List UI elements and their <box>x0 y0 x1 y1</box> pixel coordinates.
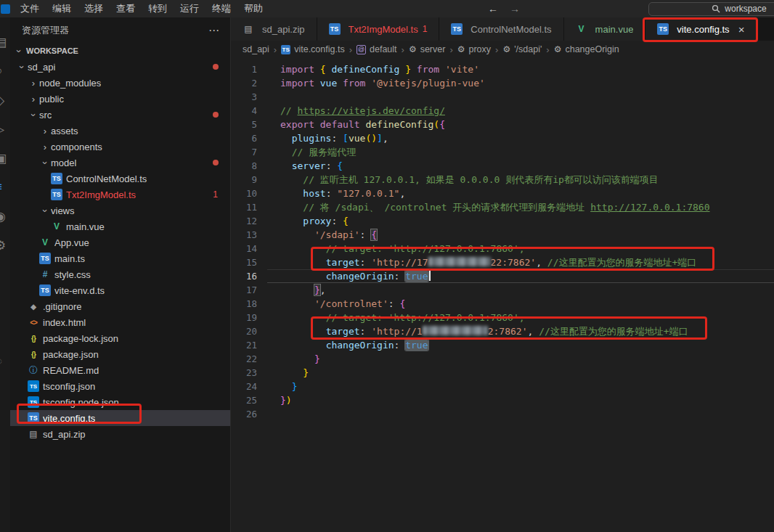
account-icon[interactable]: ◉ <box>0 202 10 231</box>
code-line-8: 8 server: { <box>231 159 774 173</box>
tree-item-App.vue[interactable]: VApp.vue <box>10 234 230 250</box>
workspace-section-header[interactable]: › WORKSPACE <box>10 43 230 59</box>
output-icon[interactable]: ◌ <box>0 347 10 376</box>
line-number: 25 <box>231 393 267 407</box>
breadcrumb-item-server[interactable]: ⚙server <box>409 44 446 54</box>
tree-item-src[interactable]: ›src <box>10 107 230 123</box>
explorer-icon[interactable]: ▤ <box>0 28 10 57</box>
source-control-icon[interactable]: ◇ <box>0 86 10 115</box>
file-label: main.vue <box>66 221 105 232</box>
code-token: http://127.0.0.1:7860 <box>590 202 709 213</box>
line-content: } <box>267 352 774 366</box>
close-tab-icon[interactable]: × <box>738 23 745 36</box>
menu-bar: 文件编辑选择查看转到运行终端帮助 ← → workspace <box>0 0 774 17</box>
code-token: // <box>280 105 297 116</box>
extensions-icon[interactable]: ▣ <box>0 144 10 173</box>
tree-item-tsconfig.node.json[interactable]: TStsconfig.node.json <box>10 394 230 410</box>
tree-item-main.vue[interactable]: Vmain.vue <box>10 218 230 234</box>
line-content: '/sdapi': { <box>267 228 774 242</box>
menu-item[interactable]: 编辑 <box>46 0 78 17</box>
tree-item-index.html[interactable]: <>index.html <box>10 314 230 330</box>
tree-item-public[interactable]: ›public <box>10 91 230 107</box>
code-token <box>280 243 326 254</box>
tree-item-vite-env.d.ts[interactable]: TSvite-env.d.ts <box>10 282 230 298</box>
file-label: vite.config.ts <box>43 413 95 424</box>
tree-item-.gitignore[interactable]: ◆.gitignore <box>10 298 230 314</box>
code-line-13: 13 '/sdapi': { <box>231 228 774 242</box>
code-token: host <box>303 188 325 199</box>
line-content: target: 'http://12:7862', //这里配置为您的服务端地址… <box>267 324 774 338</box>
remote-icon[interactable]: ≡ <box>0 173 10 202</box>
vscode-logo-icon <box>1 4 10 14</box>
settings-icon[interactable]: ⚙ <box>0 231 10 260</box>
line-number: 22 <box>231 352 267 366</box>
ts-file-icon: TS <box>51 173 62 184</box>
code-token <box>280 202 303 213</box>
nav-forward-arrow[interactable]: → <box>510 3 520 15</box>
menu-item[interactable]: 选择 <box>78 0 110 17</box>
tab-Txt2ImgModel.ts[interactable]: TSTxt2ImgModel.ts1 <box>317 17 440 41</box>
code-token <box>280 174 303 185</box>
code-editor[interactable]: 1import { defineConfig } from 'vite'2imp… <box>231 58 774 532</box>
vscode-window: 文件编辑选择查看转到运行终端帮助 ← → workspace ▤○◇▷▣≡◉⚙◌… <box>0 0 774 532</box>
breadcrumb-item-sd_api[interactable]: sd_api <box>243 44 269 54</box>
line-number: 26 <box>231 407 267 421</box>
code-token: // 将 /sdapi、 /controlnet 开头的请求都代理到服务端地址 <box>303 202 590 213</box>
tree-item-README.md[interactable]: ⓘREADME.md <box>10 362 230 378</box>
menu-item[interactable]: 帮助 <box>237 0 269 17</box>
tree-item-style.css[interactable]: #style.css <box>10 266 230 282</box>
breadcrumb-item-'/sdapi'[interactable]: ⚙'/sdapi' <box>502 44 542 54</box>
nav-back-arrow[interactable]: ← <box>488 3 498 15</box>
file-label: Txt2ImgModel.ts <box>66 189 136 200</box>
code-token: } <box>292 381 298 392</box>
code-token: defineConfig <box>365 119 433 130</box>
tree-item-tsconfig.json[interactable]: TStsconfig.json <box>10 378 230 394</box>
code-token: vue <box>320 78 337 89</box>
breadcrumb-item-proxy[interactable]: ⚙proxy <box>457 44 491 54</box>
breadcrumb-item-default[interactable]: @default <box>357 44 397 54</box>
code-token: : <box>331 133 343 144</box>
code-line-12: 12 proxy: { <box>231 214 774 228</box>
file-label: views <box>51 205 75 216</box>
search-icon[interactable]: ○ <box>0 57 10 86</box>
workbench-body: ▤○◇▷▣≡◉⚙◌ 资源管理器 ⋯ › WORKSPACE ›sd_api›no… <box>0 17 774 532</box>
json-file-icon: {} <box>28 348 39 360</box>
tree-item-ControlNetModel.ts[interactable]: TSControlNetModel.ts <box>10 171 230 187</box>
tab-sd_api.zip[interactable]: ▤sd_api.zip <box>231 17 317 41</box>
tree-item-views[interactable]: ›views <box>10 202 230 218</box>
menu-item[interactable]: 文件 <box>14 0 46 17</box>
tree-item-sd_api[interactable]: ›sd_api <box>10 59 230 75</box>
tree-item-sd_api.zip[interactable]: ▤sd_api.zip <box>10 426 230 442</box>
tree-item-components[interactable]: ›components <box>10 139 230 155</box>
tree-item-assets[interactable]: ›assets <box>10 123 230 139</box>
vue-file-icon: V <box>51 221 62 232</box>
run-debug-icon[interactable]: ▷ <box>0 115 10 144</box>
tree-item-node_modules[interactable]: ›node_modules <box>10 75 230 91</box>
menu-item[interactable]: 查看 <box>110 0 142 17</box>
tree-item-model[interactable]: ›model <box>10 155 230 171</box>
code-line-9: 9 // 监听主机 127.0.0.1, 如果是 0.0.0.0 则代表所有ip… <box>231 173 774 187</box>
code-line-10: 10 host: "127.0.0.1", <box>231 187 774 200</box>
breadcrumb-item-changeOrigin[interactable]: ⚙changeOrigin <box>554 44 619 54</box>
ts-file-icon: TS <box>39 253 51 264</box>
tab-ControlNetModel.ts[interactable]: TSControlNetModel.ts <box>439 17 563 41</box>
menu-item[interactable]: 转到 <box>142 0 174 17</box>
menu-item[interactable]: 运行 <box>174 0 205 17</box>
tree-item-Txt2ImgModel.ts[interactable]: TSTxt2ImgModel.ts1 <box>10 187 230 202</box>
tree-item-main.ts[interactable]: TSmain.ts <box>10 250 230 266</box>
command-center-search[interactable]: workspace <box>648 2 774 16</box>
menu-item[interactable]: 终端 <box>205 0 237 17</box>
tree-item-vite.config.ts[interactable]: TSvite.config.ts <box>10 410 230 426</box>
tab-main.vue[interactable]: Vmain.vue <box>564 17 646 41</box>
code-token: from <box>343 78 365 89</box>
chevron-down-icon: › <box>40 157 51 168</box>
tree-item-package.json[interactable]: {}package.json <box>10 346 230 362</box>
tree-item-package-lock.json[interactable]: {}package-lock.json <box>10 330 230 346</box>
more-actions-icon[interactable]: ⋯ <box>208 24 220 37</box>
ts-file-icon: TS <box>51 189 62 200</box>
tab-vite.config.ts[interactable]: TSvite.config.ts× <box>645 17 757 41</box>
code-token: } <box>303 367 309 378</box>
line-number: 4 <box>231 104 267 118</box>
code-line-23: 23 } <box>231 366 774 380</box>
breadcrumb-item-vite.config.ts[interactable]: TSvite.config.ts <box>281 44 344 54</box>
